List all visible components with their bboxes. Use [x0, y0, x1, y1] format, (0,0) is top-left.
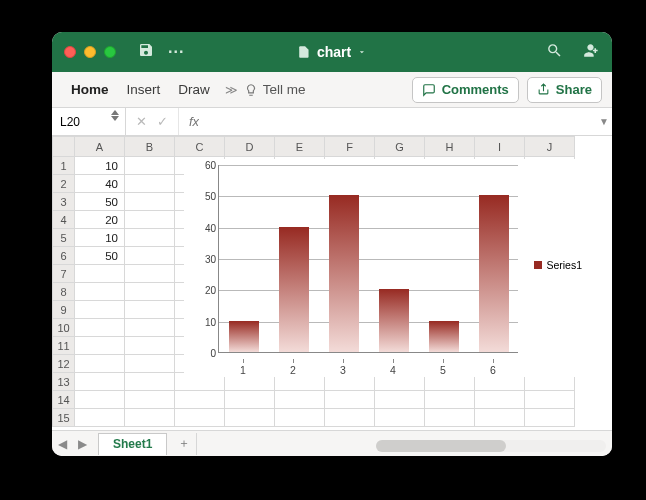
namebox-down-icon[interactable] [111, 116, 119, 121]
cell[interactable] [225, 409, 275, 427]
col-header[interactable]: E [275, 137, 325, 157]
cell[interactable] [125, 337, 175, 355]
cell[interactable] [125, 157, 175, 175]
cell[interactable]: 10 [75, 229, 125, 247]
cell[interactable] [125, 193, 175, 211]
row-header[interactable]: 1 [53, 157, 75, 175]
chart-bar[interactable] [479, 195, 509, 352]
cancel-formula-icon[interactable]: ✕ [136, 114, 147, 129]
formula-expand-icon[interactable]: ▼ [596, 116, 612, 127]
cell[interactable] [375, 391, 425, 409]
chart-bar[interactable] [229, 321, 259, 352]
cell[interactable] [75, 337, 125, 355]
cell[interactable] [475, 409, 525, 427]
col-header[interactable]: I [475, 137, 525, 157]
row-header[interactable]: 2 [53, 175, 75, 193]
document-title[interactable]: chart [297, 44, 367, 60]
cell[interactable] [125, 391, 175, 409]
close-window-button[interactable] [64, 46, 76, 58]
cell[interactable] [125, 283, 175, 301]
col-header[interactable]: C [175, 137, 225, 157]
cell[interactable] [75, 265, 125, 283]
cell[interactable] [75, 409, 125, 427]
col-header[interactable]: G [375, 137, 425, 157]
scrollbar-thumb[interactable] [376, 440, 506, 452]
tab-insert[interactable]: Insert [118, 72, 170, 107]
row-header[interactable]: 10 [53, 319, 75, 337]
cell[interactable] [125, 409, 175, 427]
row-header[interactable]: 9 [53, 301, 75, 319]
chart-bar[interactable] [429, 321, 459, 352]
row-header[interactable]: 5 [53, 229, 75, 247]
col-header[interactable]: J [525, 137, 575, 157]
cell[interactable] [75, 355, 125, 373]
col-header[interactable]: A [75, 137, 125, 157]
horizontal-scrollbar[interactable] [376, 440, 606, 452]
cell[interactable] [375, 409, 425, 427]
cell[interactable] [125, 301, 175, 319]
row-header[interactable]: 11 [53, 337, 75, 355]
cell[interactable] [125, 247, 175, 265]
row-header[interactable]: 4 [53, 211, 75, 229]
share-presence-icon[interactable] [581, 41, 600, 64]
row-header[interactable]: 15 [53, 409, 75, 427]
row-header[interactable]: 3 [53, 193, 75, 211]
sheet-nav-prev-icon[interactable]: ◀ [52, 437, 72, 451]
cell[interactable] [325, 409, 375, 427]
col-header[interactable]: H [425, 137, 475, 157]
cell[interactable] [475, 391, 525, 409]
cell[interactable] [125, 211, 175, 229]
tell-me-search[interactable]: Tell me [244, 82, 306, 97]
cell[interactable]: 40 [75, 175, 125, 193]
confirm-formula-icon[interactable]: ✓ [157, 114, 168, 129]
comments-button[interactable]: Comments [412, 77, 519, 103]
save-icon[interactable] [138, 42, 154, 62]
cell[interactable]: 50 [75, 247, 125, 265]
cell[interactable] [275, 391, 325, 409]
col-header[interactable]: F [325, 137, 375, 157]
tab-draw[interactable]: Draw [169, 72, 219, 107]
cell[interactable] [75, 283, 125, 301]
worksheet-grid[interactable]: ABCDEFGHIJ110240350420510650789101112131… [52, 136, 612, 430]
sheet-tab-active[interactable]: Sheet1 [98, 433, 167, 455]
minimize-window-button[interactable] [84, 46, 96, 58]
cell[interactable]: 20 [75, 211, 125, 229]
cell[interactable] [125, 355, 175, 373]
cell[interactable] [125, 319, 175, 337]
col-header[interactable]: B [125, 137, 175, 157]
cell[interactable] [75, 319, 125, 337]
search-icon[interactable] [546, 42, 563, 63]
row-header[interactable]: 7 [53, 265, 75, 283]
cell[interactable] [75, 301, 125, 319]
cell[interactable] [225, 391, 275, 409]
cell[interactable]: 10 [75, 157, 125, 175]
chart-bar[interactable] [329, 195, 359, 352]
namebox-up-icon[interactable] [111, 110, 119, 115]
cell[interactable] [125, 373, 175, 391]
col-header[interactable]: D [225, 137, 275, 157]
chart-bar[interactable] [379, 289, 409, 352]
cell[interactable]: 50 [75, 193, 125, 211]
add-sheet-button[interactable]: ＋ [171, 433, 197, 455]
cell[interactable] [75, 373, 125, 391]
row-header[interactable]: 8 [53, 283, 75, 301]
ribbon-overflow-icon[interactable]: ≫ [219, 83, 244, 97]
name-box[interactable]: L20 [52, 108, 126, 135]
cell[interactable] [425, 409, 475, 427]
cell[interactable] [125, 229, 175, 247]
row-header[interactable]: 13 [53, 373, 75, 391]
cell[interactable] [425, 391, 475, 409]
fullscreen-window-button[interactable] [104, 46, 116, 58]
chart-bar[interactable] [279, 227, 309, 352]
cell[interactable] [125, 175, 175, 193]
cell[interactable] [325, 391, 375, 409]
fx-label[interactable]: fx [179, 114, 199, 129]
cell[interactable] [125, 265, 175, 283]
sheet-nav-next-icon[interactable]: ▶ [72, 437, 92, 451]
formula-input[interactable] [199, 108, 596, 135]
row-header[interactable]: 12 [53, 355, 75, 373]
cell[interactable] [175, 391, 225, 409]
cell[interactable] [275, 409, 325, 427]
more-icon[interactable]: ··· [168, 43, 184, 61]
row-header[interactable]: 6 [53, 247, 75, 265]
